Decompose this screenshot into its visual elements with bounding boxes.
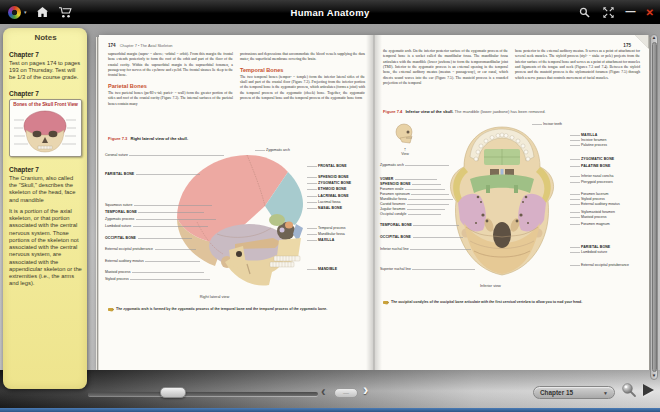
- bottom-toolbar: ‹ — › Chapter 15 ▼: [0, 370, 660, 408]
- figure-question: The occipital condyles of the occipital …: [383, 300, 640, 305]
- running-header: Chapter 7 • The Axial Skeleton: [120, 43, 173, 48]
- bone-label: Inferior nuchal line: [380, 248, 472, 252]
- page-number: 174: [108, 43, 116, 48]
- note-item[interactable]: Chapter 7 Test on pages 174 to pages 193…: [9, 51, 82, 82]
- prev-page-button[interactable]: ‹: [321, 383, 326, 399]
- bone-label: NASAL BONE: [305, 207, 366, 211]
- figure-view-caption: Right lateral view: [200, 294, 230, 299]
- bone-label: Pterygoid processes: [568, 181, 641, 185]
- view-label: View: [401, 152, 409, 156]
- window-bottom-edge: [0, 408, 660, 412]
- scroll-up-icon[interactable]: ▲: [651, 35, 657, 41]
- skull-front-view-illustration: [12, 108, 78, 154]
- view-arrow-icon: ↑: [404, 147, 407, 151]
- chapter-dropdown-value: Chapter 15: [540, 389, 599, 396]
- page-curl[interactable]: [635, 35, 649, 49]
- bone-label: Foramen magnum: [568, 223, 641, 227]
- page-slider-thumb[interactable]: [160, 387, 186, 398]
- bone-label: Styloid process: [105, 278, 211, 282]
- bone-label: Coronal suture: [105, 154, 225, 158]
- fullscreen-icon[interactable]: [602, 6, 616, 18]
- body-paragraph: The two parietal bones (pa-RĪ-e-tal; par…: [108, 91, 233, 107]
- figure-lateral-skull: Coronal suture PARIETAL BONE Squamous su…: [105, 144, 368, 304]
- body-paragraph: the zygomatic arch. On the inferior post…: [383, 49, 508, 87]
- bone-label: MAXILLA: [305, 239, 366, 243]
- page-header: 174 Chapter 7 • The Axial Skeleton: [108, 43, 365, 48]
- body-paragraph: protrusions and depressions that accommo…: [240, 52, 365, 63]
- search-icon[interactable]: [578, 6, 592, 18]
- pencil-icon: [108, 308, 114, 312]
- figure-caption: Figure 7.3 Right lateral view of the sku…: [108, 136, 365, 141]
- note-body: The Cranium, also called the "Skull," de…: [9, 175, 82, 204]
- bone-label: Zygomatic process: [105, 218, 217, 222]
- page-slider-track[interactable]: [88, 392, 318, 396]
- chapter-dropdown[interactable]: Chapter 15 ▼: [533, 386, 615, 399]
- figure-view-caption: Inferior view: [480, 283, 501, 288]
- note-image-title: Bones of the Skull Front View: [12, 102, 79, 107]
- notes-panel-title: Notes: [9, 33, 82, 42]
- next-page-button[interactable]: ›: [363, 381, 368, 399]
- bone-label: Superior nuchal line: [380, 268, 476, 272]
- bone-label: Zygomatic arch: [253, 149, 328, 153]
- page-left: 174 Chapter 7 • The Axial Skeleton supra…: [99, 35, 374, 371]
- figure-caption: Figure 7.4 Inferior view of the skull. T…: [383, 109, 640, 114]
- body-paragraph: bone posterior to the external auditory …: [515, 49, 640, 81]
- bone-label: Squamous suture: [105, 204, 213, 208]
- note-item[interactable]: Chapter 7 Bones of the Skull Front View: [9, 90, 82, 157]
- chevron-down-icon: ▼: [603, 390, 608, 396]
- play-button[interactable]: [643, 384, 654, 396]
- bone-label: ZYGOMATIC BONE: [568, 158, 641, 162]
- bone-label: ETHMOID BONE: [305, 188, 366, 192]
- vertical-scrollbar-thumb[interactable]: [652, 42, 657, 372]
- bone-label: External occipital protuberance: [105, 248, 197, 252]
- body-paragraph: The two temporal bones (tempor- = temple…: [240, 75, 365, 102]
- bone-label: LACRIMAL BONE: [305, 195, 366, 199]
- view-orientation-thumbnail: ↑ View: [392, 122, 418, 156]
- bone-label: Mastoid process: [105, 271, 205, 275]
- bone-label: TEMPORAL BONE: [105, 211, 205, 215]
- bone-label: FRONTAL BONE: [305, 165, 366, 169]
- minimize-button[interactable]: —: [626, 10, 636, 14]
- section-heading: Temporal Bones: [240, 67, 365, 73]
- note-body: It is a portion of the axial skeleton, o…: [9, 208, 82, 288]
- notes-panel[interactable]: Notes Chapter 7 Test on pages 174 to pag…: [3, 28, 87, 389]
- note-heading: Chapter 7: [9, 166, 82, 173]
- scroll-down-icon[interactable]: ▼: [651, 373, 657, 379]
- bone-label: OCCIPITAL BONE: [105, 237, 193, 241]
- bone-label: TEMPORAL BONE: [380, 224, 460, 228]
- bone-label: Mastoid process: [568, 216, 641, 220]
- bone-label: Lacrimal fossa: [305, 201, 366, 205]
- bone-label: ZYGOMATIC BONE: [305, 182, 366, 186]
- bone-label: Zygomatic arch: [380, 164, 450, 168]
- book-spread[interactable]: 174 Chapter 7 • The Axial Skeleton supra…: [99, 35, 649, 371]
- window-title: Human Anatomy: [0, 7, 660, 18]
- figure-inferior-skull: ↑ View: [380, 119, 643, 295]
- body-paragraph: supraorbital margin (supra- = above; -or…: [108, 52, 233, 79]
- skull-inferior-illustration: [436, 119, 568, 289]
- note-heading: Chapter 7: [9, 90, 82, 97]
- note-item[interactable]: Chapter 7 The Cranium, also called the "…: [9, 166, 82, 288]
- bone-label: External occipital protuberance: [568, 264, 641, 268]
- skull-thumbnail-illustration: [392, 122, 418, 146]
- section-heading: Parietal Bones: [108, 83, 233, 89]
- bone-label: Temporal process: [305, 227, 366, 231]
- bone-label: Mandibular fossa: [305, 233, 366, 237]
- pin-icon[interactable]: [621, 382, 637, 398]
- note-heading: Chapter 7: [9, 51, 82, 58]
- bone-label: MANDIBLE: [305, 268, 366, 272]
- bone-label: External auditory meatus: [105, 260, 201, 264]
- bone-label: Occipital condyle: [380, 213, 442, 217]
- bone-label: Lambdoid suture: [568, 251, 641, 255]
- close-button[interactable]: ✕: [646, 7, 654, 18]
- titlebar: ▾ Human Anatomy — ✕: [0, 0, 660, 24]
- vertical-scrollbar[interactable]: ▲ ▼: [650, 34, 658, 380]
- bone-label: Lambdoid suture: [105, 225, 209, 229]
- note-image-card[interactable]: Bones of the Skull Front View: [9, 99, 82, 157]
- note-body: Test on pages 174 to pages 193 on Thursd…: [9, 60, 82, 82]
- page-right: 175 the zygomatic arch. On the inferior …: [374, 35, 649, 371]
- bone-label: External auditory meatus: [568, 203, 641, 207]
- page-number: 175: [623, 43, 631, 48]
- bone-label: Incisor teeth: [530, 123, 641, 127]
- bone-label: PALATINE BONE: [568, 165, 641, 169]
- bone-label: PARIETAL BONE: [105, 173, 201, 177]
